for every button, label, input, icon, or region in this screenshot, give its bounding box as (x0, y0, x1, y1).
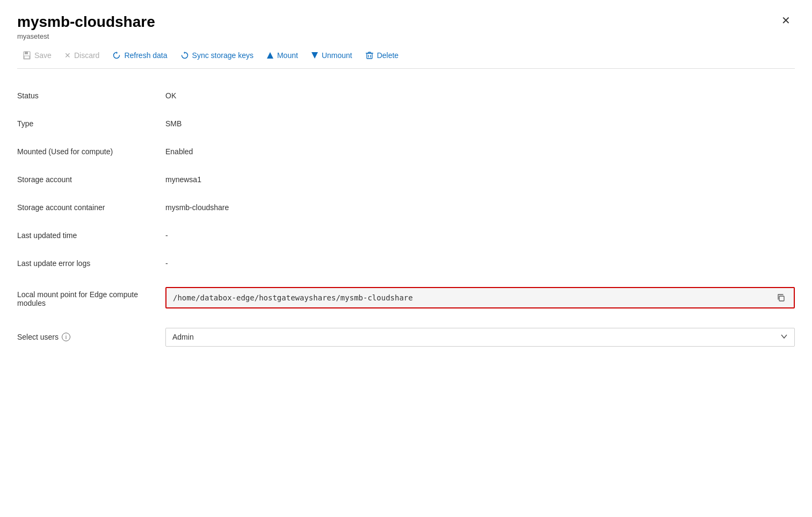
storage-account-value: mynewsa1 (157, 166, 795, 193)
delete-icon (365, 51, 374, 60)
status-value: OK (157, 82, 795, 110)
select-users-label-area: Select users i (17, 318, 157, 356)
sync-icon (180, 51, 189, 60)
refresh-button[interactable]: Refresh data (107, 48, 172, 63)
discard-icon: ✕ (64, 51, 71, 60)
svg-marker-3 (267, 52, 273, 59)
close-button[interactable]: ✕ (777, 13, 795, 28)
panel-header: mysmb-cloudshare myasetest ✕ (17, 13, 795, 40)
svg-rect-5 (367, 53, 372, 59)
save-label: Save (34, 51, 52, 60)
refresh-label: Refresh data (124, 51, 167, 60)
local-mount-field: /home/databox-edge/hostgatewayshares/mys… (157, 277, 795, 318)
save-icon (23, 51, 31, 60)
delete-button[interactable]: Delete (360, 48, 404, 63)
type-label: Type (17, 110, 157, 138)
unmount-icon (311, 52, 318, 59)
mount-point-text: /home/databox-edge/hostgatewayshares/mys… (173, 293, 774, 302)
sync-label: Sync storage keys (192, 51, 253, 60)
storage-account-label: Storage account (17, 166, 157, 193)
unmount-button[interactable]: Unmount (306, 48, 358, 63)
last-update-error-value: - (157, 249, 795, 277)
mount-button[interactable]: Mount (261, 48, 303, 63)
discard-label: Discard (74, 51, 99, 60)
last-updated-label: Last updated time (17, 221, 157, 249)
save-button[interactable]: Save (17, 48, 57, 63)
unmount-label: Unmount (322, 51, 352, 60)
copy-button[interactable] (774, 292, 787, 303)
local-mount-label: Local mount point for Edge compute modul… (17, 277, 157, 317)
refresh-icon (112, 51, 121, 60)
info-icon: i (62, 333, 70, 341)
mount-icon (266, 52, 274, 59)
svg-marker-4 (311, 52, 318, 59)
last-update-error-label: Last update error logs (17, 249, 157, 277)
discard-button[interactable]: ✕ Discard (59, 48, 105, 63)
select-users-value: Admin (172, 333, 194, 341)
mounted-label: Mounted (Used for compute) (17, 138, 157, 166)
delete-label: Delete (377, 51, 398, 60)
last-updated-value: - (157, 221, 795, 249)
mount-point-box: /home/databox-edge/hostgatewayshares/mys… (165, 287, 795, 308)
title-area: mysmb-cloudshare myasetest (17, 13, 155, 40)
sync-button[interactable]: Sync storage keys (175, 48, 259, 63)
type-value: SMB (157, 110, 795, 138)
copy-icon (777, 293, 785, 302)
select-users-label: Select users (17, 333, 59, 341)
storage-account-container-value: mysmb-cloudshare (157, 193, 795, 221)
status-label: Status (17, 82, 157, 110)
form-grid: Status OK Type SMB Mounted (Used for com… (17, 82, 795, 356)
select-users-field: Admin (157, 318, 795, 356)
svg-rect-1 (25, 52, 28, 54)
panel-title: mysmb-cloudshare (17, 13, 155, 31)
panel-subtitle: myasetest (17, 32, 155, 40)
mounted-value: Enabled (157, 138, 795, 166)
svg-rect-2 (24, 56, 30, 59)
storage-account-container-label: Storage account container (17, 193, 157, 221)
select-users-dropdown[interactable]: Admin (165, 328, 795, 347)
panel: mysmb-cloudshare myasetest ✕ Save ✕ Disc… (0, 0, 812, 517)
svg-rect-12 (779, 296, 784, 301)
mount-label: Mount (277, 51, 298, 60)
chevron-down-icon (780, 333, 788, 342)
toolbar: Save ✕ Discard Refresh data Sync st (17, 42, 795, 69)
